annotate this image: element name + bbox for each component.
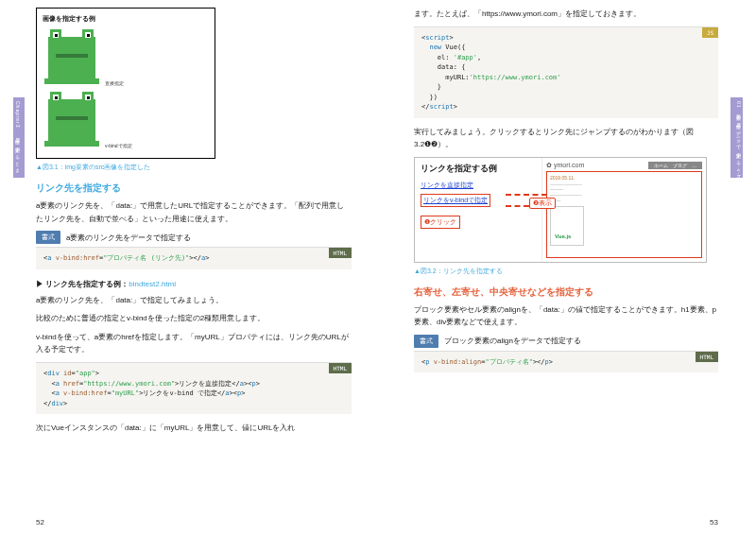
side-tab-right-text: 01 要素の属性をデータで指定する：v-bind xyxy=(736,101,742,188)
book-spread: Chapter3 属性を指定するとき 画像を指定する例 直接指定 xyxy=(0,0,756,536)
frog-row-1: 直接指定 xyxy=(43,27,209,86)
page-number-right: 53 xyxy=(710,518,718,527)
browser-mock: リンクを指定する例 リンクを直接指定 リンクをv-bindで指定 ❶クリック ✿… xyxy=(414,157,707,263)
frog-row-2: v-bindで指定 xyxy=(43,90,209,148)
para-exec: 実行してみましょう。クリックするとリンク先にジャンプするのがわかります（図3.2… xyxy=(414,126,718,151)
para-ex-c: v-bindを使って、a要素のhrefを指定します。「myURL」プロパティには… xyxy=(36,331,352,356)
display-badge: ❷表示 xyxy=(529,198,556,209)
format-desc-1: a要素のリンク先をデータで指定する xyxy=(66,233,191,243)
format-row-2: 書式 ブロック要素のalignをデータで指定する xyxy=(414,335,718,348)
example-label: ▶ リンク先を指定する例： xyxy=(36,280,129,288)
frog-image-2 xyxy=(43,90,101,148)
svg-rect-6 xyxy=(87,34,90,37)
link-vbind[interactable]: リンクをv-bindで指定 xyxy=(421,194,490,207)
frog-image-1 xyxy=(43,27,101,86)
para-3: 次にVueインスタンスの「data:」に「myURL」を用意して、値にURLを入… xyxy=(36,422,352,435)
browser-right-pane: ✿ ymori.com ホーム ブログ … 2019.05.11. ──────… xyxy=(542,158,706,262)
heading-align: 右寄せ、左寄せ、中央寄せなどを指定する xyxy=(414,285,718,299)
para-ex-b: 比較のために普通の指定とv-bindを使った指定の2種類用意します。 xyxy=(36,312,352,325)
browser-left-pane: リンクを指定する例 リンクを直接指定 リンクをv-bindで指定 ❶クリック xyxy=(415,158,542,262)
site-preview-box: 2019.05.11. ────────────────────────────… xyxy=(546,171,702,258)
frog-label-1: 直接指定 xyxy=(105,80,124,86)
code-lang-html-3: HTML xyxy=(696,352,718,362)
format-chip-2: 書式 xyxy=(414,335,438,348)
svg-rect-8 xyxy=(44,78,99,84)
code-block-right-1: JS<script> new Vue({ el: '#app', data: {… xyxy=(414,26,718,118)
browser-title: リンクを指定する例 xyxy=(421,163,536,175)
code-lang-html: HTML xyxy=(329,248,352,258)
code-block-2: HTML<div id="app"> <a href="https://www.… xyxy=(36,362,352,414)
code-block-align: HTML<p v-bind:align="プロパティ名"></p> xyxy=(414,351,718,373)
code-lang-js: JS xyxy=(702,27,718,38)
example-image-box: 画像を指定する例 直接指定 xyxy=(36,8,215,159)
format-desc-2: ブロック要素のalignをデータで指定する xyxy=(444,336,581,346)
para-link-1: a要素のリンク先を、「data:」で用意したURLで指定することができます。「配… xyxy=(36,199,352,225)
svg-rect-5 xyxy=(55,34,58,37)
format-chip: 書式 xyxy=(36,231,60,244)
svg-rect-14 xyxy=(55,96,58,99)
page-number-left: 52 xyxy=(36,518,44,527)
code-block-1: HTML<a v-bind:href="プロパティ名 (リンク先)"></a> xyxy=(36,247,352,269)
example-filename: bindtest2.html xyxy=(129,280,176,288)
frog-label-2: v-bindで指定 xyxy=(105,143,132,148)
link-direct[interactable]: リンクを直接指定 xyxy=(421,181,536,190)
figure-caption-3-1: ▲図3.1：img要素のsrc画像を指定した xyxy=(36,163,352,172)
para-top-right: ます。たとえば、「https://www.ymori.com」を指定しておきます… xyxy=(414,8,718,21)
format-row-1: 書式 a要素のリンク先をデータで指定する xyxy=(36,231,352,244)
example-heading: ▶ リンク先を指定する例：bindtest2.html xyxy=(36,279,352,289)
svg-rect-16 xyxy=(56,116,88,120)
heading-link: リンク先を指定する xyxy=(36,182,352,195)
para-ex-a: a要素のリンク先を、「data:」で指定してみましょう。 xyxy=(36,294,352,307)
page-left: Chapter3 属性を指定するとき 画像を指定する例 直接指定 xyxy=(0,0,378,536)
click-badge: ❶クリック xyxy=(421,216,460,229)
svg-rect-15 xyxy=(87,96,90,99)
browser-site-bar: ✿ ymori.com ホーム ブログ … xyxy=(546,162,702,169)
para-align: ブロック要素やセル要素のalignを、「data:」の値で指定することができます… xyxy=(414,303,718,329)
svg-rect-17 xyxy=(44,141,99,147)
svg-rect-7 xyxy=(56,54,88,58)
code-lang-html-2: HTML xyxy=(329,363,352,373)
site-name: ymori.com xyxy=(554,162,584,168)
arrow-1 xyxy=(506,194,547,196)
side-tab-left-text: Chapter3 属性を指定するとき xyxy=(15,101,21,171)
figure-caption-3-2: ▲図3.2：リンク先を指定する xyxy=(414,267,718,276)
page-right: 01 要素の属性をデータで指定する：v-bind ます。たとえば、「https:… xyxy=(378,0,756,536)
frog-box-title: 画像を指定する例 xyxy=(43,14,209,24)
